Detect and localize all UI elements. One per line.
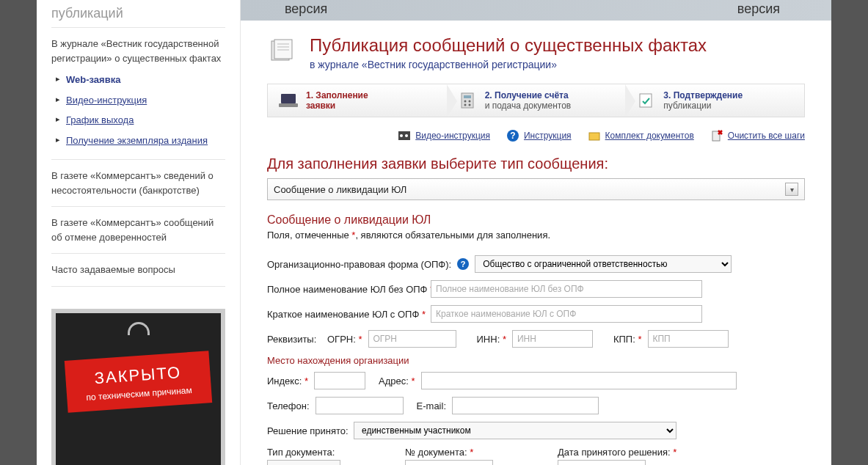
- step-2[interactable]: 2. Получение счётаи подача документов: [447, 84, 626, 117]
- svg-rect-1: [274, 40, 292, 59]
- closed-sign: ЗАКРЫТО по техническим причинам: [65, 351, 212, 413]
- short-name-label: Краткое наименование ЮЛ с ОПФ *: [267, 309, 425, 320]
- decision-label: Решение принято:: [267, 425, 348, 436]
- sidebar-block-bankruptcy[interactable]: В газете «Коммерсантъ» сведений о несост…: [51, 160, 225, 207]
- clear-steps-link[interactable]: Очистить все шаги: [710, 129, 805, 142]
- kpp-label: КПП: *: [613, 334, 642, 345]
- svg-point-12: [468, 104, 470, 106]
- ogrn-label: ОГРН: *: [327, 334, 362, 345]
- inn-input[interactable]: [512, 330, 593, 348]
- folder-icon: [588, 129, 601, 142]
- index-label: Индекс: *: [267, 376, 308, 387]
- docnum-input[interactable]: [405, 460, 493, 465]
- svg-text:?: ?: [510, 131, 515, 141]
- email-input[interactable]: [452, 397, 599, 414]
- phone-input[interactable]: [316, 397, 404, 414]
- type-heading: Для заполнения заявки выберите тип сообщ…: [267, 155, 805, 172]
- doctype-label: Тип документа:: [267, 447, 335, 458]
- sidebar-item-web[interactable]: Web-заявка: [51, 70, 225, 90]
- hero-banner: версия версия: [241, 0, 831, 21]
- chevron-down-icon: ▾: [785, 183, 798, 196]
- sidebar-item-video[interactable]: Видео-инструкция: [51, 90, 225, 111]
- svg-rect-13: [640, 94, 652, 107]
- opf-select[interactable]: Общество с ограниченной ответственностью: [475, 255, 732, 273]
- svg-point-10: [468, 100, 470, 103]
- message-type-select[interactable]: Сообщение о ликвидации ЮЛ ▾: [267, 178, 805, 200]
- document-check-icon: [635, 92, 656, 109]
- newspaper-icon: [267, 35, 296, 65]
- rekv-label: Реквизиты:: [267, 334, 311, 345]
- ogrn-input[interactable]: [368, 330, 456, 348]
- svg-rect-8: [464, 95, 471, 98]
- email-label: E-mail:: [417, 400, 446, 411]
- laptop-icon: [278, 92, 299, 109]
- sidebar-block-vestnik: В журнале «Вестник государственной регис…: [51, 28, 225, 160]
- film-icon: [398, 129, 411, 142]
- instruction-link[interactable]: ? Инструкция: [506, 129, 572, 142]
- svg-point-9: [464, 100, 466, 103]
- step-1[interactable]: 1. Заполнениезаявки: [268, 84, 447, 117]
- location-heading: Место нахождения организации: [267, 355, 805, 366]
- index-input[interactable]: [314, 372, 365, 389]
- kpp-input[interactable]: [648, 330, 729, 348]
- form-title: Сообщение о ликвидации ЮЛ: [267, 213, 805, 227]
- inn-label: ИНН: *: [477, 334, 506, 345]
- addr-input[interactable]: [421, 372, 737, 389]
- svg-rect-19: [589, 133, 599, 140]
- decision-select[interactable]: единственным участником: [354, 422, 676, 439]
- page-subtitle: в журнале «Вестник государственной регис…: [310, 59, 707, 70]
- sidebar: публикаций В журнале «Вестник государств…: [37, 0, 241, 465]
- docdate-label: Дата принятого решения: *: [558, 447, 676, 458]
- doctype-select[interactable]: Решение: [267, 460, 340, 465]
- phone-label: Телефон:: [267, 400, 310, 411]
- addr-label: Адрес: *: [379, 376, 415, 387]
- svg-rect-6: [279, 103, 298, 107]
- steps: 1. Заполнениезаявки 2. Получение счётаи …: [267, 84, 805, 117]
- video-instruction-link[interactable]: Видео-инструкция: [398, 129, 490, 142]
- sidebar-item-schedule[interactable]: График выхода: [51, 110, 225, 131]
- page-title: Публикация сообщений о существенных факт…: [310, 35, 707, 56]
- help-icon[interactable]: ?: [457, 258, 469, 270]
- svg-point-15: [400, 134, 403, 137]
- documents-link[interactable]: Комплект документов: [588, 129, 694, 142]
- required-note: Поля, отмеченные *, являются обязательны…: [267, 230, 805, 241]
- svg-point-11: [464, 104, 466, 106]
- svg-point-16: [405, 134, 408, 137]
- action-row: Видео-инструкция ? Инструкция Комплект д…: [267, 129, 805, 142]
- full-name-input[interactable]: [431, 280, 702, 298]
- calculator-icon: [457, 92, 478, 109]
- sidebar-item-copy[interactable]: Получение экземпляра издания: [51, 131, 225, 151]
- opf-label: Организационно-правовая форма (ОПФ):: [267, 259, 451, 270]
- sidebar-block-poa[interactable]: В газете «Коммерсантъ» сообщений об отме…: [51, 207, 225, 254]
- sidebar-block-faq[interactable]: Часто задаваемые вопросы: [51, 254, 225, 287]
- hook-icon: [128, 322, 150, 335]
- trash-x-icon: [710, 129, 723, 142]
- closed-widget: ЗАКРЫТО по техническим причинам: [51, 309, 225, 466]
- sidebar-section-title: публикаций: [51, 0, 225, 28]
- svg-rect-5: [281, 94, 296, 103]
- step-3[interactable]: 3. Подтверждениепубликации: [625, 84, 804, 117]
- main: версия версия Публикация сообщений о сущ…: [241, 0, 831, 465]
- docnum-label: № документа: *: [405, 447, 473, 458]
- short-name-input[interactable]: [431, 305, 702, 323]
- docdate-input[interactable]: [558, 460, 646, 465]
- info-icon: ?: [506, 129, 519, 142]
- full-name-label: Полное наименование ЮЛ без ОПФ *: [267, 284, 425, 295]
